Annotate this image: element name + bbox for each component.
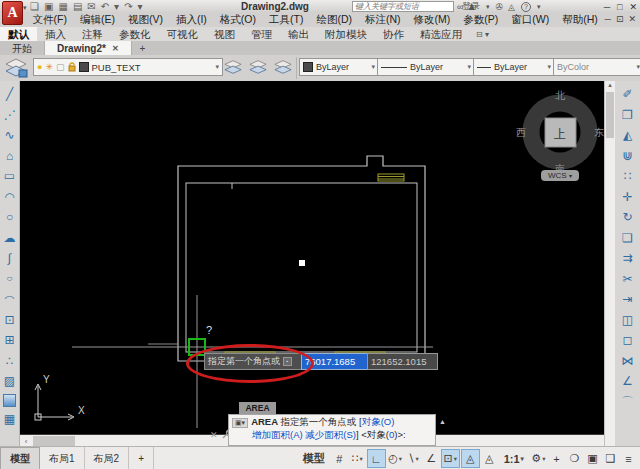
scroll-left-icon[interactable]: ‹ bbox=[20, 437, 32, 446]
layer-previous-button[interactable] bbox=[249, 59, 267, 75]
graphics-performance-icon[interactable]: ▣ bbox=[584, 450, 601, 467]
horizontal-scroll-thumb[interactable] bbox=[33, 436, 75, 446]
layer-dropdown-arrow-icon[interactable]: ▾ bbox=[215, 63, 219, 71]
fillet-tool-button[interactable]: ⌒ bbox=[620, 394, 636, 410]
scroll-up-icon[interactable]: ▴ bbox=[608, 81, 612, 88]
linetype-dropdown[interactable]: ByLayer ▾ bbox=[377, 58, 475, 76]
object-snap-tracking-icon[interactable]: ∠ bbox=[423, 450, 440, 467]
search-input[interactable] bbox=[352, 1, 454, 12]
move-tool-button[interactable]: ✛ bbox=[620, 189, 636, 205]
close-button[interactable]: ✕ bbox=[629, 2, 637, 12]
plot-style-dropdown[interactable]: ByColor ▾ bbox=[553, 58, 640, 76]
undo-dropdown[interactable]: ▾ bbox=[114, 0, 119, 13]
a360-icon[interactable]: ◬ bbox=[508, 2, 515, 12]
ribbon-tab-parametric[interactable]: 参数化 bbox=[111, 27, 159, 41]
sign-in-label[interactable]: 登录 bbox=[462, 0, 480, 13]
line-tool-button[interactable]: ╱ bbox=[2, 86, 18, 102]
lineweight-dropdown-arrow-icon[interactable]: ▾ bbox=[547, 63, 551, 71]
command-scroll-up-icon[interactable]: ▲ bbox=[439, 418, 446, 425]
polyline-tool-button[interactable]: ∿ bbox=[2, 127, 18, 143]
mirror-tool-button[interactable]: ◭ bbox=[620, 127, 636, 143]
sign-in-dropdown-icon[interactable]: ▾ bbox=[486, 3, 490, 11]
minimize-button[interactable]: ─ bbox=[604, 2, 610, 12]
ribbon-tab-insert[interactable]: 插入 bbox=[37, 27, 74, 41]
print-button[interactable]: ✉ bbox=[87, 0, 95, 13]
linetype-dropdown-arrow-icon[interactable]: ▾ bbox=[467, 63, 471, 71]
menu-item-help[interactable]: 帮助(H) bbox=[556, 13, 605, 27]
command-window-close-icon[interactable]: ✕ bbox=[210, 430, 218, 440]
new-layout-tab[interactable]: + bbox=[129, 447, 154, 469]
drawing-canvas[interactable]: ? Y X 上 北 南 西 东 WCS ▾ bbox=[20, 81, 604, 446]
revision-cloud-tool-button[interactable]: ☁ bbox=[2, 230, 18, 246]
annotation-autoscale-icon[interactable]: ◬ bbox=[481, 450, 498, 467]
plot-button[interactable]: ▤ bbox=[73, 0, 82, 13]
application-menu-arrow-icon[interactable]: ▾ bbox=[23, 4, 27, 12]
copy-tool-button[interactable]: ❐ bbox=[620, 107, 636, 123]
gradient-tool-button[interactable]: ▩ bbox=[3, 394, 16, 407]
annotation-scale-button[interactable]: 1:1▾ bbox=[499, 450, 529, 467]
construction-line-tool-button[interactable]: ⋰ bbox=[2, 107, 18, 123]
ortho-icon[interactable]: ∟ bbox=[367, 449, 386, 468]
viewcube-east-label[interactable]: 东 bbox=[594, 127, 604, 138]
snap-mode-icon-dropdown-arrow[interactable]: ▾ bbox=[360, 455, 363, 463]
menu-item-format[interactable]: 格式(O) bbox=[213, 13, 262, 27]
insert-block-tool-button[interactable]: ⊡ bbox=[2, 312, 18, 328]
erase-tool-button[interactable]: ✐ bbox=[620, 86, 636, 102]
viewcube[interactable]: 上 北 南 西 东 bbox=[516, 90, 604, 174]
command-keyword[interactable]: 增加面积(A) bbox=[252, 429, 303, 440]
annotation-scale-button-dropdown-arrow[interactable]: ▾ bbox=[521, 455, 524, 463]
ribbon-tab-output[interactable]: 输出 bbox=[280, 27, 317, 41]
vertical-scrollbar[interactable]: ▴ bbox=[604, 81, 615, 446]
object-color-dropdown[interactable]: ByLayer ▾ bbox=[299, 58, 379, 76]
menu-item-modify[interactable]: 修改(M) bbox=[407, 13, 457, 27]
isometric-drafting-icon-dropdown-arrow[interactable]: ▾ bbox=[416, 455, 419, 463]
command-line-window[interactable]: ▣▾AREA 指定第一个角点或 [对象(O) 增加面积(A) 减少面积(S)] … bbox=[228, 414, 436, 446]
rectangle-tool-button[interactable]: ▭ bbox=[2, 168, 18, 184]
undo-button[interactable]: ↶ bbox=[101, 0, 109, 13]
menu-item-dimension[interactable]: 标注(N) bbox=[359, 13, 408, 27]
layer-properties-button[interactable] bbox=[4, 58, 28, 78]
array-tool-button[interactable]: ∷ bbox=[620, 168, 636, 184]
workspace-switching-icon-dropdown-arrow[interactable]: ▾ bbox=[542, 455, 545, 463]
command-keyword[interactable]: 对象(O) bbox=[362, 416, 395, 427]
arc-tool-button[interactable]: ◠ bbox=[2, 189, 18, 205]
hatch-tool-button[interactable]: ▨ bbox=[2, 373, 18, 389]
doc-close-button[interactable]: ✕ bbox=[628, 14, 636, 24]
new-file-tab-button[interactable]: + bbox=[132, 41, 154, 55]
layer-states-button[interactable] bbox=[274, 59, 292, 75]
layout1-tab[interactable]: 布局1 bbox=[40, 447, 85, 469]
customize-quick-access-button[interactable]: ▾ bbox=[138, 0, 143, 13]
layout2-tab[interactable]: 布局2 bbox=[85, 447, 130, 469]
doc-minimize-button[interactable]: ─ bbox=[605, 14, 611, 24]
maximize-button[interactable]: □ bbox=[617, 2, 622, 12]
circle-tool-button[interactable]: ○ bbox=[2, 209, 18, 225]
file-tab-close-icon[interactable]: ✕ bbox=[112, 44, 119, 53]
file-tab-drawing2-tab[interactable]: Drawing2*✕ bbox=[45, 41, 132, 55]
ribbon-tab-collaborate[interactable]: 协作 bbox=[375, 27, 412, 41]
chamfer-tool-button[interactable]: ∠ bbox=[620, 373, 636, 389]
plot-style-dropdown-arrow-icon[interactable]: ▾ bbox=[636, 63, 640, 71]
menu-item-tools[interactable]: 工具(T) bbox=[263, 13, 310, 27]
redo-button[interactable]: ↷ bbox=[124, 0, 132, 13]
table-tool-button[interactable]: ▦ bbox=[2, 411, 18, 427]
ellipse-arc-tool-button[interactable]: ◠ bbox=[2, 291, 18, 307]
menu-item-window[interactable]: 窗口(W) bbox=[505, 13, 556, 27]
polar-tracking-icon-dropdown-arrow[interactable]: ▾ bbox=[399, 455, 402, 463]
help-dropdown-icon[interactable]: ▾ bbox=[537, 3, 541, 11]
create-block-tool-button[interactable]: ⊞ bbox=[2, 332, 18, 348]
make-object-layer-current-button[interactable] bbox=[224, 59, 242, 75]
customize-icon[interactable]: ≡ bbox=[620, 450, 637, 467]
ribbon-tab-visualize[interactable]: 可视化 bbox=[159, 27, 207, 41]
polygon-tool-button[interactable]: ⌂ bbox=[2, 148, 18, 164]
object-snap-icon-dropdown-arrow[interactable]: ▾ bbox=[454, 455, 457, 463]
ellipse-tool-button[interactable]: ○ bbox=[2, 271, 18, 287]
wcs-dropdown-button[interactable]: WCS ▾ bbox=[541, 170, 579, 181]
spline-tool-button[interactable]: ∫ bbox=[2, 250, 18, 266]
ribbon-tab-default[interactable]: 默认 bbox=[0, 27, 37, 41]
polar-tracking-icon[interactable]: ◴▾ bbox=[387, 450, 404, 467]
doc-restore-button[interactable]: ⊡ bbox=[616, 14, 624, 24]
clean-screen-icon[interactable]: ❑ bbox=[602, 450, 619, 467]
ribbon-tab-manage[interactable]: 管理 bbox=[243, 27, 280, 41]
application-menu-button[interactable]: A bbox=[2, 1, 23, 25]
file-tab-start-tab[interactable]: 开始 bbox=[0, 41, 45, 55]
